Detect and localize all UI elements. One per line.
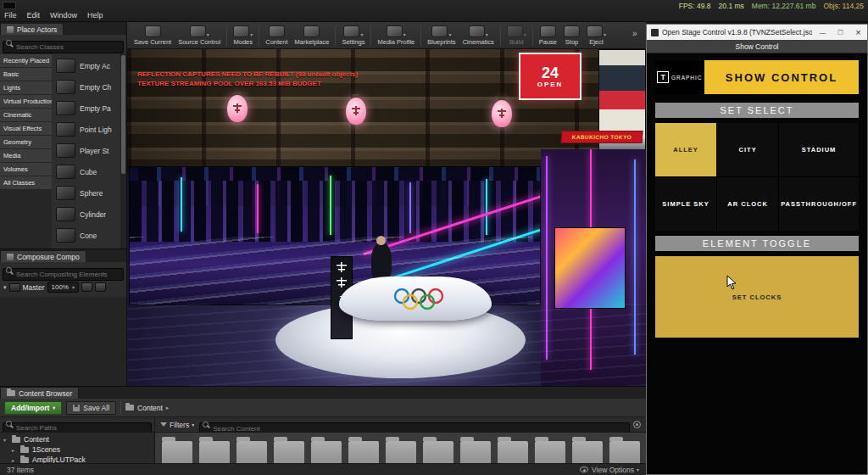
toolbar-button-pause[interactable]: Pause: [536, 25, 560, 47]
folder-item[interactable]: [460, 441, 491, 463]
actor-item-empty-ch[interactable]: Empty Ch: [56, 76, 120, 98]
folder-item[interactable]: [348, 441, 379, 463]
marketplace-icon: [303, 25, 320, 37]
caret-icon[interactable]: ▾: [3, 437, 8, 443]
set-select-ar-clock[interactable]: AR CLOCK: [717, 177, 778, 231]
place-actors-tab[interactable]: Place Actors: [0, 23, 64, 35]
save-all-button[interactable]: Save All: [66, 401, 116, 415]
place-actors-panel: Place Actors Recently PlacedBasicLightsV…: [0, 22, 127, 249]
menu-item-file[interactable]: File: [4, 11, 17, 20]
search-content-wrap: [199, 419, 630, 431]
folder-item[interactable]: [311, 441, 342, 463]
folder-item[interactable]: [572, 441, 603, 463]
actor-item-point-ligh[interactable]: Point Ligh: [56, 119, 120, 140]
folder-item[interactable]: [236, 441, 267, 463]
opacity-select[interactable]: 100%: [47, 282, 79, 293]
actor-item-empty-ac[interactable]: Empty Ac: [56, 55, 120, 76]
filters-button[interactable]: Filters: [155, 421, 199, 429]
category-virtual-production[interactable]: Virtual Production: [0, 95, 52, 108]
menu-item-window[interactable]: Window: [50, 11, 77, 20]
search-compositing-input[interactable]: [3, 268, 124, 281]
maximize-icon[interactable]: [833, 26, 848, 38]
set-select-stadium[interactable]: STADIUM: [779, 123, 859, 176]
stop-icon: [564, 25, 580, 37]
folder-item[interactable]: [199, 441, 230, 463]
show-control-tab[interactable]: Show Control: [647, 40, 867, 53]
set-select-city[interactable]: CITY: [717, 123, 778, 176]
set-select-alley[interactable]: ALLEY: [655, 123, 716, 176]
stage-window-titlebar[interactable]: Open Stage Control v1.9.8 (TVNZSetSelect…: [647, 25, 867, 40]
layers-icon[interactable]: [95, 282, 106, 292]
tree-item-amplifylutpack[interactable]: ▸AmplifyLUTPack: [0, 455, 154, 463]
category-visual-effects[interactable]: Visual Effects: [0, 122, 52, 135]
menu-item-edit[interactable]: Edit: [27, 11, 41, 20]
element-toggle-area: SET CLOCKS: [655, 256, 859, 338]
caret-icon[interactable]: ▸: [12, 447, 17, 453]
category-media[interactable]: Media: [0, 149, 52, 162]
expander-caret-icon[interactable]: [3, 284, 7, 291]
set-select-simple-sky[interactable]: SIMPLE SKY: [655, 177, 716, 231]
category-geometry[interactable]: Geometry: [0, 136, 52, 148]
toolbar-separator: [420, 25, 421, 46]
actor-item-cone[interactable]: Cone: [56, 225, 120, 246]
toolbar-button-eject[interactable]: ▾Eject: [583, 25, 609, 47]
minimize-icon[interactable]: [815, 26, 830, 38]
toolbar-button-build: ▾Build: [504, 25, 530, 47]
actor-item-sphere[interactable]: Sphere: [56, 182, 120, 204]
gear-icon[interactable]: [633, 421, 641, 428]
category-volumes[interactable]: Volumes: [0, 163, 52, 176]
lantern-kanji: [498, 109, 506, 118]
toolbar-button-marketplace[interactable]: Marketplace: [292, 25, 333, 47]
place-actors-scrollbar[interactable]: [120, 53, 126, 249]
category-cinematic[interactable]: Cinematic: [0, 109, 52, 121]
view-options-label: View Options: [592, 466, 634, 474]
content-browser-tab[interactable]: Content Browser: [0, 387, 79, 399]
set-select-passthrough-off[interactable]: PASSTHROUGH/OFF: [779, 177, 859, 231]
scrollbar-thumb[interactable]: [121, 55, 125, 174]
toolbar-button-source-control[interactable]: ▾Source Control: [175, 25, 224, 47]
place-actors-tab-row: Place Actors: [0, 22, 126, 35]
pause-icon: [540, 25, 556, 37]
folder-item[interactable]: [609, 441, 640, 463]
toolbar-button-settings[interactable]: ▾Settings: [338, 25, 368, 47]
actor-item-cube[interactable]: Cube: [56, 161, 120, 182]
toolbar-button-blueprints[interactable]: ▾Blueprints: [424, 25, 459, 47]
composure-tab[interactable]: Composure Compo: [0, 250, 86, 262]
folder-item[interactable]: [423, 441, 453, 463]
toolbar-button-cinematics[interactable]: ▾Cinematics: [459, 25, 498, 47]
modes-icon: [233, 25, 249, 37]
breadcrumb[interactable]: Content ▸: [125, 404, 169, 412]
folder-item[interactable]: [386, 441, 416, 463]
toggle-set-clocks[interactable]: SET CLOCKS: [655, 256, 859, 338]
category-recently-placed[interactable]: Recently Placed: [0, 54, 52, 67]
actor-item-empty-pa[interactable]: Empty Pa: [56, 98, 120, 119]
search-classes-input[interactable]: [3, 41, 124, 53]
camera-icon[interactable]: [81, 282, 92, 292]
caret-icon[interactable]: ▸: [12, 457, 17, 463]
view-options-button[interactable]: View Options: [592, 466, 639, 474]
folder-item[interactable]: [498, 441, 528, 463]
actor-item-cylinder[interactable]: Cylinder: [56, 204, 120, 225]
composure-master-row[interactable]: Master 100%: [0, 280, 126, 294]
folder-item[interactable]: [162, 441, 192, 463]
tree-item-content[interactable]: ▾Content: [0, 434, 154, 444]
category-all-classes[interactable]: All Classes: [0, 176, 52, 189]
category-basic[interactable]: Basic: [0, 68, 52, 81]
toolbar-overflow-chevron[interactable]: [632, 29, 637, 38]
close-icon[interactable]: [851, 26, 865, 38]
toolbar-button-media-profile[interactable]: ▾Media Profile: [374, 25, 418, 47]
toolbar-button-save-current[interactable]: Save Current: [131, 25, 175, 47]
folder-item[interactable]: [535, 441, 565, 463]
folder-icon: [7, 390, 15, 396]
toolbar-button-content[interactable]: Content: [262, 25, 291, 47]
category-lights[interactable]: Lights: [0, 81, 52, 94]
folder-item[interactable]: [274, 441, 304, 463]
add-import-button[interactable]: Add/Import: [4, 401, 62, 415]
menu-item-help[interactable]: Help: [87, 11, 103, 20]
toolbar-button-stop[interactable]: Stop: [560, 25, 583, 47]
open-24-sign: 24 OPEN: [519, 53, 581, 100]
actor-item-player-st[interactable]: Player St: [56, 140, 120, 161]
toolbar-button-modes[interactable]: ▾Modes: [230, 25, 256, 47]
level-viewport[interactable]: 24 OPEN KABUKICHO TOKYO: [127, 49, 646, 386]
tree-item-1scenes[interactable]: ▸1Scenes: [0, 444, 154, 455]
